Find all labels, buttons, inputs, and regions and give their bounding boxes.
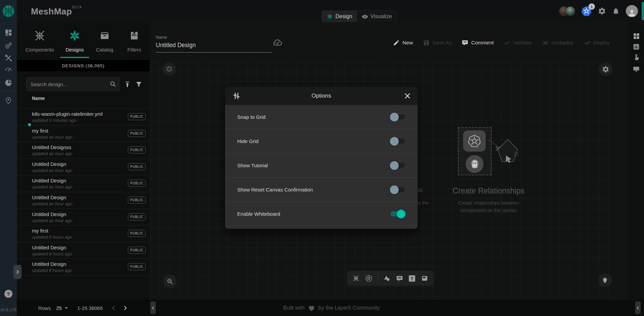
designs-flower-icon	[68, 29, 81, 42]
option-row-reset-canvas-confirmation: Show Reset Canvas Confirmation	[225, 178, 418, 202]
kubernetes-context-button[interactable]: 1	[581, 6, 592, 16]
canvas-settings-button[interactable]	[163, 62, 176, 76]
deploy-button[interactable]: Deploy	[584, 39, 610, 46]
panel-tab-catalog[interactable]: Catalog	[90, 27, 119, 56]
edit-pencil-icon	[393, 39, 400, 46]
new-button[interactable]: New	[393, 39, 413, 46]
reset-view-button[interactable]	[598, 274, 612, 287]
options-modal-title: Options	[225, 93, 418, 99]
svg-text:WA: WA	[132, 33, 137, 37]
close-icon[interactable]	[403, 92, 412, 100]
undeploy-button[interactable]: Undeploy	[542, 39, 574, 46]
design-list: k8s-wasm-plugin-ratelimiter.yml updated …	[17, 108, 150, 276]
design-list-item[interactable]: Untitled Design updated an hour ago PUBL…	[17, 159, 150, 176]
tab-visualize[interactable]: Visualize	[357, 11, 397, 22]
comment-bubble-icon	[462, 39, 468, 46]
next-page-button[interactable]	[122, 305, 129, 311]
performance-gauge-icon[interactable]	[4, 65, 12, 73]
kubernetes-wheel-icon	[467, 134, 481, 148]
settings-gear-icon[interactable]	[598, 7, 606, 15]
shapes-icon[interactable]	[384, 275, 391, 282]
dock-divider	[378, 274, 378, 283]
right-dock-rail	[629, 22, 644, 300]
filter-funnel-icon[interactable]	[135, 80, 142, 88]
user-avatar-icon	[628, 8, 636, 17]
design-list-item[interactable]: Untitled Design updated 8 hours ago PUBL…	[17, 242, 150, 259]
design-list-item[interactable]: k8s-wasm-plugin-ratelimiter.yml updated …	[17, 109, 150, 126]
design-list-item[interactable]: Untitled Design updated 8 hours ago PUBL…	[17, 259, 150, 276]
meshery-logo-button[interactable]	[0, 0, 17, 22]
expand-panel-button[interactable]	[13, 265, 22, 279]
reset-canvas-confirmation-toggle[interactable]	[391, 187, 405, 192]
design-list-item[interactable]: Untitled Design updated an hour ago PUBL…	[17, 192, 150, 209]
media-tool-icon[interactable]	[421, 275, 428, 282]
design-name-input[interactable]	[156, 41, 272, 52]
text-tool-icon[interactable]: T	[408, 275, 416, 282]
search-input[interactable]	[26, 77, 119, 91]
hide-grid-toggle[interactable]	[391, 139, 405, 144]
tab-design[interactable]: Design	[322, 11, 357, 22]
comment-tool-icon[interactable]	[396, 275, 403, 282]
design-list-item[interactable]: Untitled Design updated an hour ago PUBL…	[17, 175, 150, 192]
publish-upload-icon[interactable]	[124, 80, 131, 88]
components-chip-icon	[33, 29, 46, 42]
chart-icon[interactable]	[633, 43, 640, 50]
component-chip-icon[interactable]	[352, 275, 360, 282]
save-as-button[interactable]: Save As	[423, 39, 452, 46]
onboarding-mascot-node	[466, 155, 484, 173]
dashboard-icon[interactable]	[4, 29, 12, 37]
design-name-field: Name	[156, 35, 272, 52]
zoom-out-button[interactable]	[163, 275, 177, 288]
widgets-grid-icon[interactable]	[633, 32, 640, 40]
notifications-bell-icon[interactable]	[612, 7, 620, 15]
help-button[interactable]: ?	[4, 290, 12, 298]
visualize-eye-icon	[362, 13, 368, 20]
panel-tab-components[interactable]: Components	[25, 27, 55, 56]
search-icon[interactable]	[109, 80, 116, 87]
design-list-item[interactable]: my first updated an hour ago PUBLIC	[17, 126, 150, 142]
user-avatar[interactable]	[626, 5, 638, 17]
meshmap-pin-icon[interactable]	[4, 97, 12, 105]
panel-tab-filters[interactable]: WA Filters	[119, 27, 149, 56]
extensions-icon[interactable]	[4, 79, 12, 87]
design-list-item[interactable]: my first updated 6 hours ago PUBLIC	[17, 225, 150, 242]
design-list-item[interactable]: Untitled Designss updated an hour ago PU…	[17, 142, 150, 159]
collapse-chevron-icon	[636, 306, 640, 310]
canvas-footer: Built with by the Layer5 Community	[150, 300, 644, 316]
filters-wasm-text: WA	[129, 29, 139, 39]
snap-to-grid-toggle[interactable]	[391, 114, 405, 119]
drop-icon	[601, 277, 609, 284]
show-tutorial-toggle[interactable]	[391, 163, 405, 168]
display-icon[interactable]	[633, 65, 640, 73]
catalog-drawer-icon	[100, 31, 110, 41]
canvas-options-button[interactable]	[599, 63, 612, 76]
version-label: v0.6.176	[0, 308, 17, 312]
onboarding-title: Create Relationships	[438, 186, 539, 196]
collapse-left-button[interactable]	[150, 302, 156, 314]
configuration-tools-icon[interactable]	[4, 54, 12, 62]
validate-button[interactable]: Validate	[504, 39, 532, 46]
enable-whiteboard-toggle[interactable]	[391, 211, 405, 216]
visibility-badge: PUBLIC	[128, 130, 146, 137]
options-modal: Options Snap to Grid Hide Grid Show Tuto…	[225, 87, 418, 229]
name-column-header: Name	[32, 96, 45, 101]
touch-icon[interactable]	[633, 54, 640, 61]
rows-per-page-select[interactable]: 25	[56, 305, 69, 311]
app-header: MeshMapBETA Design Visualize 1	[0, 0, 644, 22]
drawer-handle[interactable]	[642, 2, 644, 20]
collaborator-avatars[interactable]	[559, 6, 575, 16]
design-list-item[interactable]: Untitled Design updated an hour ago PUBL…	[17, 209, 150, 226]
prev-page-button[interactable]	[110, 305, 117, 311]
gear-button-icon	[602, 66, 609, 73]
kubernetes-context-badge: 1	[588, 3, 595, 10]
options-modal-header: Options	[225, 87, 418, 105]
kubernetes-wheel-icon[interactable]	[365, 275, 372, 282]
collapse-right-button[interactable]	[635, 302, 641, 314]
meshery-logo-icon	[2, 5, 15, 17]
visibility-badge: PUBLIC	[128, 146, 146, 153]
comment-button[interactable]: Comment	[462, 39, 494, 46]
lifecycle-gears-icon[interactable]	[4, 41, 12, 49]
collapse-chevron-icon	[151, 306, 155, 310]
collaborator-avatar-2[interactable]	[566, 6, 575, 16]
panel-tab-designs[interactable]: Designs	[60, 27, 90, 56]
